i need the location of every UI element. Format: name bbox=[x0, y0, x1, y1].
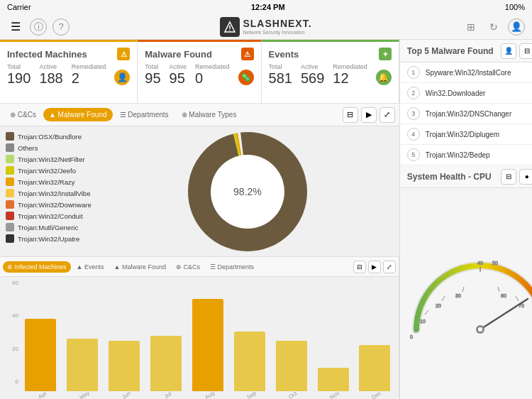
svg-text:10: 10 bbox=[420, 319, 426, 324]
malware-list-item[interactable]: 3 Trojan:Win32/DNSChanger bbox=[400, 104, 532, 124]
bar bbox=[67, 339, 98, 391]
chart-view-icon[interactable]: ⊟ bbox=[343, 107, 358, 123]
malware-list-icon2[interactable]: ⊟ bbox=[519, 43, 532, 59]
malware-active-label: Active bbox=[170, 63, 187, 70]
svg-text:0: 0 bbox=[410, 334, 413, 339]
bottom-tab-depts[interactable]: ☰ Departments bbox=[206, 261, 258, 273]
bar-view-icon[interactable]: ⊟ bbox=[353, 261, 366, 273]
bar bbox=[150, 336, 182, 391]
system-health-title: System Health - CPU bbox=[407, 172, 492, 182]
tab-malware-types[interactable]: ⊕ Malware Types bbox=[176, 108, 243, 121]
user-icon[interactable]: 👤 bbox=[508, 18, 525, 35]
legend-item: Trojan:Win32/Conduit bbox=[6, 212, 90, 220]
battery-label: 100% bbox=[505, 3, 525, 11]
chart-play-icon[interactable]: ▶ bbox=[361, 107, 377, 123]
svg-line-21 bbox=[516, 296, 519, 301]
bar-label: Oct bbox=[288, 390, 299, 399]
bar-wrapper: Apr bbox=[21, 280, 60, 399]
malware-list: 1 Spyware:Win32/InstallCore 2 Win32.Down… bbox=[400, 62, 532, 165]
bottom-tab-ccs[interactable]: ⊕ C&Cs bbox=[172, 261, 204, 273]
top-malware-title: Top 5 Malware Found bbox=[407, 46, 494, 56]
help-icon[interactable]: ? bbox=[52, 18, 70, 35]
events-stat-icon: 🔔 bbox=[376, 63, 392, 85]
infected-remediated-value: 2 bbox=[72, 71, 106, 85]
legend-item: Trojan:Win32/Jeefo bbox=[6, 166, 90, 175]
events-remediated-value: 12 bbox=[333, 71, 367, 85]
status-bar: Carrier 12:24 PM 100% bbox=[0, 0, 532, 14]
bottom-tab-events[interactable]: ▲ Events bbox=[72, 261, 109, 273]
legend-color-box bbox=[6, 155, 14, 163]
bottom-tab-infected[interactable]: ⊕ Infected Machines bbox=[3, 261, 71, 273]
legend-label-text: Trojan:Win32/InstallVibe bbox=[18, 190, 90, 197]
malware-stat-icon: 🦠 bbox=[238, 63, 254, 85]
malware-remediated-label: Remediated bbox=[195, 63, 230, 70]
bottom-tab-malware[interactable]: ▲ Malware Found bbox=[109, 261, 170, 273]
y-axis: 60 40 20 0 bbox=[3, 280, 18, 399]
cpu-gauge: 0 10 20 30 40 bbox=[406, 248, 532, 340]
info-icon[interactable]: ⓘ bbox=[30, 18, 47, 35]
time-label: 12:24 PM bbox=[251, 3, 285, 11]
infected-stat-icon: 👤 bbox=[114, 63, 130, 85]
legend-label-text: Trojan:Win32/Jeefo bbox=[18, 167, 76, 175]
malware-list-item[interactable]: 2 Win32.Downloader bbox=[400, 83, 532, 104]
legend-label-text: Trojan:Win32/Razy bbox=[18, 178, 74, 186]
donut-area: 98.2% bbox=[96, 126, 399, 256]
bottom-section: ⊕ Infected Machines ▲ Events ▲ Malware F… bbox=[0, 257, 399, 399]
svg-text:30: 30 bbox=[455, 293, 461, 298]
svg-text:40: 40 bbox=[477, 261, 483, 266]
bar-expand-icon[interactable]: ⤢ bbox=[383, 261, 396, 273]
malware-name: Spyware:Win32/InstallCore bbox=[426, 69, 511, 77]
middle-section: ⊕ C&Cs ▲ Malware Found ☰ Departments ⊕ M… bbox=[0, 104, 399, 257]
infected-machines-card: Infected Machines ⚠ Total 190 Active 188… bbox=[0, 40, 138, 104]
bar-label: Jun bbox=[121, 390, 132, 399]
legend-color-box bbox=[6, 212, 14, 220]
svg-text:20: 20 bbox=[436, 303, 441, 308]
logo-text: SLASHNEXT. bbox=[243, 18, 311, 29]
malware-card-badge: ⚠ bbox=[241, 48, 254, 60]
tab-malware-found[interactable]: ▲ Malware Found bbox=[43, 108, 113, 121]
legend-color-box bbox=[6, 223, 14, 231]
legend-item: Trojan:Win32/Downware bbox=[6, 200, 90, 209]
malware-list-item[interactable]: 1 Spyware:Win32/InstallCore bbox=[400, 62, 532, 83]
events-total-label: Total bbox=[269, 63, 292, 70]
bars-row: Apr May Jun Jul Aug Sep Oct Nov Dec bbox=[21, 280, 394, 399]
events-card: Events ✦ Total 581 Active 569 Remediated… bbox=[262, 40, 399, 104]
legend-color-box bbox=[6, 143, 14, 152]
malware-list-item[interactable]: 5 Trojan:Win32/Bedep bbox=[400, 145, 532, 165]
hamburger-icon[interactable]: ☰ bbox=[7, 18, 24, 35]
svg-text:60: 60 bbox=[501, 293, 506, 298]
legend-item: Trojan:Mutli/Generic bbox=[6, 223, 90, 231]
malware-card-title: Malware Found bbox=[145, 49, 212, 60]
bar-play-icon[interactable]: ▶ bbox=[368, 261, 381, 273]
chart-section: ⊕ C&Cs ▲ Malware Found ☰ Departments ⊕ M… bbox=[0, 104, 399, 256]
infected-active-value: 188 bbox=[39, 71, 62, 85]
legend-item: Trojan:Win32/Upatre bbox=[6, 234, 90, 243]
infected-remediated-label: Remediated bbox=[72, 63, 106, 70]
tab-departments[interactable]: ☰ Departments bbox=[114, 108, 174, 121]
health-icon2[interactable]: ● bbox=[519, 169, 532, 185]
bar bbox=[234, 332, 265, 391]
gauge-area: 0 10 20 30 40 bbox=[400, 188, 532, 399]
legend-label-text: Trojan:Mutli/Generic bbox=[18, 224, 78, 231]
malware-list-icon1[interactable]: 👤 bbox=[501, 43, 516, 59]
malware-rank: 5 bbox=[407, 148, 420, 161]
refresh-icon[interactable]: ↻ bbox=[485, 18, 502, 35]
right-panel: Top 5 Malware Found 👤 ⊟ ☰ 1 Spyware:Win3… bbox=[399, 40, 532, 399]
svg-point-31 bbox=[478, 327, 482, 332]
malware-total-label: Total bbox=[145, 63, 160, 70]
legend-color-box bbox=[6, 132, 14, 141]
chart-expand-icon[interactable]: ⤢ bbox=[379, 107, 395, 123]
events-card-stats: Total 581 Active 569 Remediated 12 🔔 bbox=[269, 63, 392, 85]
bar-chart-container: 60 40 20 0 Apr May Jun Jul Aug Sep Oct bbox=[0, 277, 399, 399]
malware-list-item[interactable]: 4 Trojan:Win32/Diplugem bbox=[400, 124, 532, 145]
legend-area: Trojan:OSX/BundloreOthersTrojan:Win32/Ne… bbox=[0, 126, 96, 256]
malware-remediated-value: 0 bbox=[195, 71, 230, 85]
tab-ccs[interactable]: ⊕ C&Cs bbox=[4, 108, 42, 121]
legend-item: Others bbox=[6, 143, 90, 152]
bar-label: Jul bbox=[163, 390, 173, 399]
malware-rank: 1 bbox=[407, 66, 420, 79]
legend-color-box bbox=[6, 177, 14, 186]
health-icon1[interactable]: ⊟ bbox=[501, 169, 516, 185]
filter-icon[interactable]: ⊞ bbox=[462, 18, 480, 35]
malware-card-stats: Total 95 Active 95 Remediated 0 🦠 bbox=[145, 63, 253, 85]
